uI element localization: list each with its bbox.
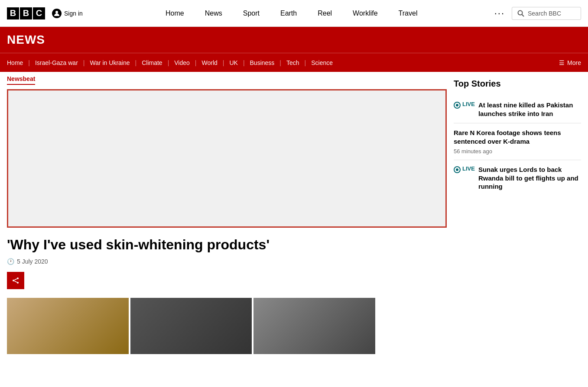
article-date-row: 🕐 5 July 2020 (7, 258, 447, 265)
more-dots-button[interactable]: ··· (487, 8, 512, 19)
nav-reel[interactable]: Reel (307, 0, 342, 27)
story-2-title[interactable]: Rare N Korea footage shows teens sentenc… (454, 129, 581, 145)
share-icon (12, 277, 19, 284)
top-stories-heading: Top Stories (454, 79, 581, 89)
story-2-title-row: Rare N Korea footage shows teens sentenc… (454, 129, 581, 145)
story-3-title-row: LIVE Sunak urges Lords to back Rwanda bi… (454, 165, 581, 191)
live-indicator-3 (454, 166, 461, 173)
subnav-world[interactable]: World (196, 53, 222, 72)
main-content: Newsbeat 'Why I've used skin-whitening p… (0, 72, 588, 363)
article-content: Newsbeat 'Why I've used skin-whitening p… (0, 72, 454, 363)
story-nkorea: Rare N Korea footage shows teens sentenc… (454, 123, 581, 160)
svg-line-6 (14, 279, 17, 280)
sidebar: Top Stories LIVE At least nine killed as… (454, 72, 588, 363)
story-pakistan-iran: LIVE At least nine killed as Pakistan la… (454, 96, 581, 123)
more-label: More (567, 59, 581, 66)
svg-point-1 (518, 10, 523, 15)
photo-2 (130, 298, 252, 354)
bbc-logo-b2: B (20, 7, 32, 19)
live-indicator-1 (454, 102, 461, 109)
svg-point-5 (17, 282, 19, 284)
nav-travel[interactable]: Travel (388, 0, 428, 27)
subnav-climate[interactable]: Climate (136, 53, 167, 72)
subnav-home[interactable]: Home (7, 53, 28, 72)
news-bar: NEWS (0, 27, 588, 53)
story-sunak-rwanda: LIVE Sunak urges Lords to back Rwanda bi… (454, 160, 581, 196)
svg-line-7 (14, 281, 17, 282)
story-3-title[interactable]: Sunak urges Lords to back Rwanda bill to… (478, 165, 581, 191)
bbc-logo[interactable]: B B C (7, 7, 45, 19)
subnav-uk[interactable]: UK (224, 53, 243, 72)
article-photos (7, 298, 375, 354)
story-1-title-row: LIVE At least nine killed as Pakistan la… (454, 101, 581, 118)
subnav-business[interactable]: Business (245, 53, 280, 72)
subnav-ukraine[interactable]: War in Ukraine (84, 53, 135, 72)
article-category[interactable]: Newsbeat (7, 72, 35, 85)
story-2-meta: 56 minutes ago (454, 148, 581, 155)
subnav-video[interactable]: Video (169, 53, 195, 72)
live-label-1: LIVE (462, 101, 475, 107)
top-navigation: B B C Sign in Home News Sport Earth Reel… (0, 0, 588, 27)
svg-point-4 (13, 280, 14, 281)
svg-line-2 (522, 14, 524, 16)
svg-point-0 (55, 11, 58, 13)
live-label-3: LIVE (462, 165, 475, 172)
photo-1 (7, 298, 129, 354)
article-title: 'Why I've used skin-whitening products' (7, 236, 375, 253)
subnav-more-button[interactable]: ☰ More (559, 59, 581, 66)
nav-news[interactable]: News (195, 0, 233, 27)
story-1-title[interactable]: At least nine killed as Pakistan launche… (478, 101, 581, 118)
nav-sport[interactable]: Sport (233, 0, 270, 27)
svg-point-3 (17, 277, 19, 279)
hamburger-icon: ☰ (559, 59, 565, 66)
top-nav-links: Home News Sport Earth Reel Worklife Trav… (96, 0, 487, 27)
subnav-tech[interactable]: Tech (281, 53, 305, 72)
article-date: 5 July 2020 (17, 258, 48, 265)
news-bar-title: NEWS (7, 33, 45, 47)
bbc-logo-c: C (33, 7, 45, 19)
search-icon (517, 10, 524, 17)
photo-3 (253, 298, 375, 354)
user-icon (52, 9, 62, 18)
bbc-logo-b: B (7, 7, 19, 19)
ad-placeholder (7, 89, 447, 228)
nav-worklife[interactable]: Worklife (342, 0, 388, 27)
subnav-science[interactable]: Science (306, 53, 338, 72)
share-button[interactable] (7, 272, 24, 289)
subnav-israel-gaza[interactable]: Israel-Gaza war (30, 53, 83, 72)
sign-in-button[interactable]: Sign in (52, 9, 83, 18)
clock-icon: 🕐 (7, 258, 14, 265)
sign-in-label: Sign in (64, 10, 83, 17)
nav-home[interactable]: Home (155, 0, 195, 27)
search-label: Search BBC (528, 10, 561, 17)
search-box[interactable]: Search BBC (512, 7, 581, 20)
nav-earth[interactable]: Earth (270, 0, 307, 27)
sub-navigation: Home | Israel-Gaza war | War in Ukraine … (0, 53, 588, 72)
